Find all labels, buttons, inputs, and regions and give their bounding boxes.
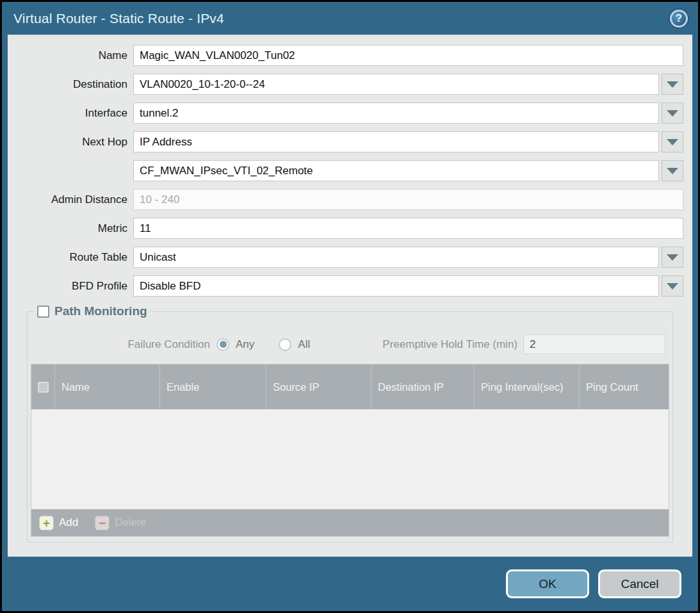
- table-header-ping-interval[interactable]: Ping Interval(sec): [475, 364, 580, 409]
- radio-any-label: Any: [236, 338, 254, 351]
- next-hop-type-input[interactable]: [133, 131, 659, 152]
- admin-distance-label: Admin Distance: [17, 193, 133, 206]
- table-header-name[interactable]: Name: [55, 364, 160, 409]
- form-row-next-hop-address: [17, 160, 683, 181]
- path-monitoring-checkbox[interactable]: [37, 306, 49, 318]
- delete-button[interactable]: − Delete: [95, 516, 146, 530]
- dialog-titlebar: Virtual Router - Static Route - IPv4 ?: [2, 2, 698, 35]
- table-body-empty: [31, 409, 669, 509]
- table-toolbar: + Add − Delete: [31, 509, 669, 536]
- form-row-metric: Metric: [17, 218, 683, 239]
- interface-label: Interface: [17, 107, 133, 120]
- bfd-profile-input[interactable]: [133, 275, 659, 297]
- radio-option-all[interactable]: All: [279, 338, 310, 351]
- table-header-source-ip[interactable]: Source IP: [266, 364, 371, 409]
- form-row-route-table: Route Table: [17, 247, 683, 268]
- table-header-row: Name Enable Source IP Destination IP Pin…: [31, 364, 669, 409]
- path-monitoring-legend: Path Monitoring: [35, 304, 150, 318]
- next-hop-address-input[interactable]: [133, 160, 659, 181]
- dialog-title: Virtual Router - Static Route - IPv4: [13, 11, 224, 26]
- table-header-ping-count[interactable]: Ping Count: [580, 364, 669, 409]
- dialog-body: Name Destination Interface: [8, 35, 692, 557]
- chevron-down-icon: [667, 283, 678, 290]
- table-header-enable[interactable]: Enable: [160, 364, 266, 409]
- form-row-interface: Interface: [17, 102, 683, 124]
- delete-button-label: Delete: [115, 516, 146, 529]
- table-header-destination-ip[interactable]: Destination IP: [371, 364, 475, 409]
- form-row-next-hop: Next Hop: [17, 131, 683, 152]
- admin-distance-input[interactable]: [133, 189, 683, 210]
- minus-icon: −: [95, 516, 110, 530]
- chevron-down-icon: [667, 139, 678, 145]
- chevron-down-icon: [667, 168, 678, 174]
- next-hop-type-dropdown-button[interactable]: [662, 131, 683, 152]
- metric-label: Metric: [17, 222, 133, 235]
- form-row-bfd-profile: BFD Profile: [17, 275, 683, 297]
- failure-condition-row: Failure Condition Any All Preemptive Hol…: [31, 334, 669, 355]
- add-button[interactable]: + Add: [39, 516, 78, 530]
- name-label: Name: [17, 49, 133, 62]
- name-input[interactable]: [133, 45, 683, 66]
- dialog-footer: OK Cancel: [2, 557, 698, 611]
- failure-condition-radio-group: Any All: [216, 338, 310, 351]
- bfd-profile-label: BFD Profile: [17, 280, 133, 293]
- static-route-dialog: Virtual Router - Static Route - IPv4 ? N…: [2, 2, 698, 611]
- help-icon[interactable]: ?: [670, 10, 688, 28]
- add-button-label: Add: [59, 516, 78, 529]
- metric-input[interactable]: [133, 218, 683, 239]
- failure-condition-label: Failure Condition: [31, 338, 216, 351]
- next-hop-address-dropdown-button[interactable]: [662, 160, 683, 181]
- destination-input[interactable]: [133, 74, 659, 95]
- route-table-input[interactable]: [133, 247, 659, 268]
- route-table-label: Route Table: [17, 251, 133, 264]
- path-monitoring-title: Path Monitoring: [54, 304, 147, 318]
- route-table-dropdown-button[interactable]: [662, 247, 683, 268]
- radio-option-any[interactable]: Any: [216, 338, 254, 351]
- preemptive-hold-time-group: Preemptive Hold Time (min): [310, 334, 669, 354]
- form-row-destination: Destination: [17, 74, 683, 95]
- chevron-down-icon: [667, 81, 678, 88]
- path-monitoring-table: Name Enable Source IP Destination IP Pin…: [31, 364, 669, 537]
- radio-all-icon: [279, 338, 291, 351]
- plus-icon: +: [39, 516, 54, 530]
- form-row-name: Name: [17, 45, 683, 66]
- destination-label: Destination: [17, 78, 133, 91]
- radio-any-icon: [216, 338, 229, 351]
- cancel-button[interactable]: Cancel: [598, 569, 681, 598]
- radio-all-label: All: [298, 338, 310, 351]
- next-hop-label: Next Hop: [17, 136, 133, 149]
- chevron-down-icon: [667, 254, 678, 261]
- table-header-checkbox-cell: [31, 364, 55, 409]
- interface-dropdown-button[interactable]: [662, 102, 683, 124]
- chevron-down-icon: [667, 110, 678, 117]
- screenshot-frame: Virtual Router - Static Route - IPv4 ? N…: [0, 0, 700, 613]
- preemptive-hold-time-label: Preemptive Hold Time (min): [382, 338, 523, 351]
- form-row-admin-distance: Admin Distance: [17, 189, 683, 210]
- path-monitoring-section: Path Monitoring Failure Condition Any Al…: [27, 304, 673, 543]
- destination-dropdown-button[interactable]: [662, 74, 683, 95]
- select-all-checkbox[interactable]: [38, 382, 49, 393]
- interface-input[interactable]: [133, 102, 659, 124]
- bfd-profile-dropdown-button[interactable]: [662, 275, 683, 297]
- preemptive-hold-time-input[interactable]: [523, 334, 665, 354]
- ok-button[interactable]: OK: [506, 569, 589, 598]
